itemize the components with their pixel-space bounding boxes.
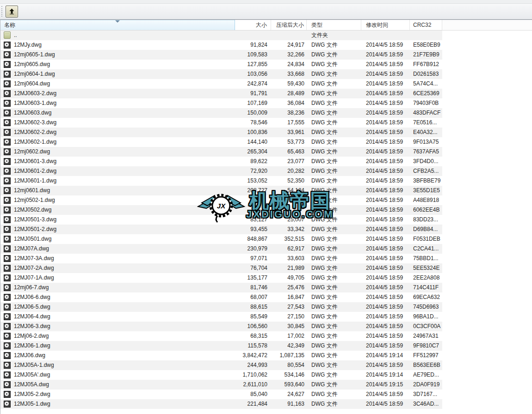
file-crc32: 6CE25369 [410,89,442,98]
table-row[interactable]: 12mj0502-1.dwg DWG 文件 2014/4/5 18:59 A48… [0,195,532,205]
table-row[interactable]: 12MJ0501-3.dwg 83,127 25,007 DWG 文件 2014… [0,215,532,225]
file-name: .. [14,30,17,40]
file-modified-time: 2014/4/5 18:59 [361,147,410,157]
table-row[interactable]: 12MJ0501.dwg 848,867 352,515 DWG 文件 2014… [0,234,532,244]
file-compressed-size: 21,989 [271,263,307,273]
file-crc32: D0261583 [410,69,442,79]
table-row[interactable]: 12mj0605.dwg 127,855 24,834 DWG 文件 2014/… [0,60,532,69]
file-crc32: 745D6963 [410,302,442,312]
table-row[interactable]: 12MJ06-4.dwg 85,549 27,150 DWG 文件 2014/4… [0,312,532,322]
table-row[interactable]: 12MJ05-1.dwg 221,484 91,163 DWG 文件 2014/… [0,399,532,409]
table-row[interactable]: 12MJ07A.dwg 230,979 62,917 DWG 文件 2014/4… [0,244,532,254]
table-row[interactable]: 12MJ0602-1.dwg 144,140 53,773 DWG 文件 201… [0,137,532,147]
table-row[interactable]: 12MJ05A'.dwg 1,710,062 534,146 DWG 文件 20… [0,370,532,380]
file-size: 135,177 [235,273,271,283]
file-size: 68,315 [235,331,271,341]
file-size: 89,622 [235,157,271,166]
file-crc32: 3E55D1E5 [410,186,442,195]
file-type: DWG 文件 [307,108,361,118]
table-row[interactable]: 12MJ0601-1.dwg 153,052 52,350 DWG 文件 201… [0,176,532,186]
dwg-icon [4,362,11,369]
column-header-size[interactable]: 大小 [235,20,271,30]
dwg-icon [4,119,11,126]
file-type: DWG 文件 [307,166,361,176]
file-name: 12MJ06.dwg [14,351,45,360]
file-name: 12MJ06-4.dwg [14,312,50,322]
file-compressed-size: 30,845 [271,322,307,331]
file-type: DWG 文件 [307,322,361,331]
file-name: 12MJ0601-3.dwg [14,157,56,166]
table-row[interactable]: 12MJ06-5.dwg 88,615 27,543 DWG 文件 2014/4… [0,302,532,312]
file-size: 78,546 [235,118,271,128]
table-row[interactable]: 12MJ0501-2.dwg 93,455 33,342 DWG 文件 2014… [0,225,532,234]
file-compressed-size: 27,543 [271,302,307,312]
file-modified-time: 2014/4/5 18:59 [361,128,410,137]
table-row[interactable]: 12MJ06-3.dwg 106,560 30,845 DWG 文件 2014/… [0,322,532,331]
file-size: 85,549 [235,312,271,322]
file-crc32: A48E8918 [410,195,442,205]
file-compressed-size: 17,555 [271,118,307,128]
table-row[interactable]: 12mj06-7.dwg 81,746 25,476 DWG 文件 2014/4… [0,283,532,292]
file-compressed-size: 49,705 [271,273,307,283]
file-crc32: 5EE5324E [410,263,442,273]
column-header-name[interactable]: 名称 [0,20,235,30]
file-size: 107,169 [235,98,271,108]
table-row[interactable]: 12MJ06.dwg 3,842,472 1,087,135 DWG 文件 20… [0,351,532,360]
file-size: 265,304 [235,147,271,157]
file-modified-time: 2014/4/5 18:59 [361,283,410,292]
column-header-compressed-size[interactable]: 压缩后大小 [271,20,307,30]
table-row[interactable]: 12MJ0603-2.dwg 91,791 28,489 DWG 文件 2014… [0,89,532,98]
file-name: 12mj06-7.dwg [14,283,49,292]
table-row[interactable]: 12mj0601.dwg 208,727 54,124 DWG 文件 2014/… [0,186,532,195]
dwg-icon [4,61,11,68]
file-size: 150,009 [235,108,271,118]
table-row[interactable]: 12mj0602.dwg 265,304 65,463 DWG 文件 2014/… [0,147,532,157]
dwg-icon [4,216,11,223]
table-row[interactable]: 12MJ05A.dwg 2,611,010 593,640 DWG 文件 201… [0,380,532,390]
table-row[interactable]: 12Mj06-2.dwg 68,315 17,002 DWG 文件 2014/4… [0,331,532,341]
file-type: DWG 文件 [307,370,361,380]
toolbar-gripper[interactable] [1,6,4,17]
file-type: DWG 文件 [307,195,361,205]
table-row[interactable]: 12MJ0603.dwg 150,009 38,236 DWG 文件 2014/… [0,108,532,118]
table-row[interactable]: 12MJ07-3A.dwg 97,071 33,603 DWG 文件 2014/… [0,254,532,263]
table-row[interactable]: 12MJ05A-1.dwg 244,993 80,554 DWG 文件 2014… [0,360,532,370]
table-row[interactable]: 12MJ07-1A.dwg 135,177 49,705 DWG 文件 2014… [0,273,532,283]
file-size: 109,583 [235,50,271,60]
file-crc32: 2EE2A808 [410,273,442,283]
file-crc32: 0C3CF00A [410,322,442,331]
file-compressed-size: 23,077 [271,157,307,166]
table-row[interactable]: 12MJ05-2.dwg 85,040 24,627 DWG 文件 2014/4… [0,390,532,399]
table-row[interactable]: 12mj0605-1.dwg 109,583 32,266 DWG 文件 201… [0,50,532,60]
file-size: 83,127 [235,215,271,225]
table-row[interactable]: 12MJ0602-2.dwg 100,836 33,961 DWG 文件 201… [0,128,532,137]
file-crc32: 6062EE4B [410,205,442,215]
table-row[interactable]: 12mj0604-1.dwg 103,056 33,668 DWG 文件 201… [0,69,532,79]
column-header-type[interactable]: 类型 [307,20,361,30]
file-type: DWG 文件 [307,225,361,234]
column-header-modified-time[interactable]: 修改时间 [361,20,410,30]
file-modified-time: 2014/4/5 18:59 [361,302,410,312]
table-row[interactable]: 12MJy.dwg 91,824 24,917 DWG 文件 2014/4/5 … [0,40,532,50]
table-row[interactable]: 12MJ07-2A.dwg 76,704 21,989 DWG 文件 2014/… [0,263,532,273]
table-row[interactable]: 12MJ06-6.dwg 68,007 16,847 DWG 文件 2014/4… [0,292,532,302]
file-type: DWG 文件 [307,186,361,195]
file-compressed-size: 24,917 [271,40,307,50]
table-row[interactable]: .. 文件夹 [0,30,532,40]
file-compressed-size: 593,640 [271,380,307,390]
file-type: DWG 文件 [307,380,361,390]
table-row[interactable]: 12MJ0502.dwg DWG 文件 2014/4/5 18:59 6062E… [0,205,532,215]
file-type: DWG 文件 [307,360,361,370]
table-row[interactable]: 12MJ0603-1.dwg 107,169 36,084 DWG 文件 201… [0,98,532,108]
file-modified-time: 2014/4/5 18:59 [361,312,410,322]
column-header-crc32[interactable]: CRC32 [410,20,442,30]
table-row[interactable]: 12MJ06-1.dwg 115,578 42,349 DWG 文件 2014/… [0,341,532,351]
file-modified-time: 2014/4/5 18:59 [361,322,410,331]
table-row[interactable]: 12MJ0601-2.dwg 72,920 20,282 DWG 文件 2014… [0,166,532,176]
up-one-level-button[interactable] [6,6,18,18]
table-row[interactable]: 12mj0604.dwg 242,874 59,430 DWG 文件 2014/… [0,79,532,89]
file-compressed-size: 91,163 [271,399,307,409]
table-row[interactable]: 12MJ0602-3.dwg 78,546 17,555 DWG 文件 2014… [0,118,532,128]
file-modified-time: 2014/4/5 18:59 [361,390,410,399]
table-row[interactable]: 12MJ0601-3.dwg 89,622 23,077 DWG 文件 2014… [0,157,532,166]
